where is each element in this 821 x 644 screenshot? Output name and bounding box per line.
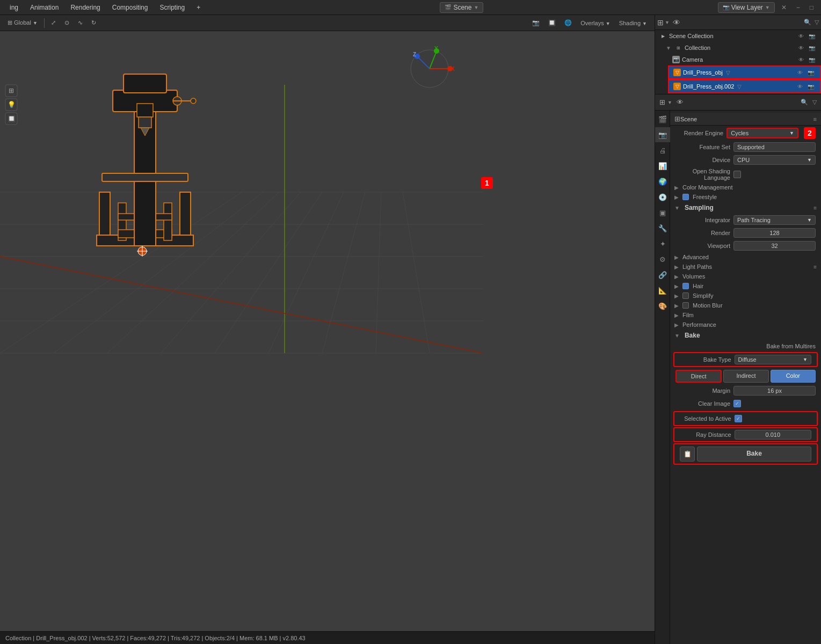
viewport-world-icon-btn[interactable]: 🌐 bbox=[561, 18, 575, 28]
drill-press-2-visibility[interactable]: 👁 bbox=[795, 82, 805, 91]
bake-header[interactable]: ▼ Bake bbox=[670, 330, 821, 341]
drill-press-1-visibility[interactable]: 👁 bbox=[795, 68, 805, 77]
performance-section[interactable]: ▶ Performance bbox=[670, 320, 821, 330]
bake-type-container: Bake Type Diffuse ▼ 3 bbox=[673, 352, 818, 367]
feature-set-label: Feature Set bbox=[675, 144, 730, 150]
motion-blur-checkbox[interactable] bbox=[682, 302, 689, 309]
volumes-section[interactable]: ▶ Volumes bbox=[670, 272, 821, 281]
outliner-drill-press-1[interactable]: ▽ Drill_Press_obj ▽ 👁 📷 5 bbox=[668, 65, 821, 79]
header-close-btn[interactable]: ✕ bbox=[778, 3, 790, 12]
feature-set-select[interactable]: Supported bbox=[733, 142, 816, 152]
simplify-checkbox[interactable] bbox=[682, 292, 689, 299]
header-maximize-btn[interactable]: □ bbox=[807, 3, 817, 12]
prop-tab-view-layer[interactable]: 📊 bbox=[655, 158, 670, 173]
freestyle-section[interactable]: ▶ Freestyle bbox=[670, 192, 821, 202]
bake-type-select[interactable]: Diffuse ▼ bbox=[735, 355, 811, 364]
viewport-render-icon-btn[interactable]: 🔲 bbox=[545, 18, 559, 28]
prop-tab-render[interactable]: 🎬 bbox=[655, 112, 670, 127]
prop-tab-output[interactable]: 🖨 bbox=[655, 143, 670, 158]
viewport-overlays-btn[interactable]: Overlays ▼ bbox=[577, 18, 613, 28]
menu-item-animation[interactable]: Animation bbox=[25, 2, 64, 13]
menu-item-rendering[interactable]: Rendering bbox=[65, 2, 105, 13]
prop-tab-object[interactable]: ▣ bbox=[655, 205, 670, 220]
bake-icon-btn[interactable]: 📋 bbox=[680, 447, 695, 462]
render-samples-input[interactable]: 128 bbox=[733, 228, 816, 238]
outliner-scene-collection[interactable]: ▶ Scene Collection 👁 📷 bbox=[655, 30, 821, 42]
outliner-drill-press-2[interactable]: ▽ Drill_Press_obj.002 ▽ 👁 📷 bbox=[668, 79, 821, 93]
integrator-text: Path Tracing bbox=[737, 217, 771, 223]
menu-item-plus[interactable]: + bbox=[191, 2, 206, 13]
hair-section[interactable]: ▶ Hair bbox=[670, 281, 821, 291]
menu-item-ing[interactable]: ing bbox=[4, 2, 24, 13]
margin-input[interactable]: 16 px bbox=[733, 386, 816, 396]
camera-cam-icon[interactable]: 📷 bbox=[807, 55, 817, 64]
viewport-shading-btn[interactable]: Shading ▼ bbox=[616, 18, 650, 28]
clear-image-value: ✓ bbox=[733, 400, 816, 407]
direct-btn[interactable]: Direct bbox=[675, 370, 722, 383]
viewport-samples-input[interactable]: 32 bbox=[733, 241, 816, 251]
color-management-section[interactable]: ▶ Color Management bbox=[670, 182, 821, 192]
collection-visibility-icon[interactable]: 👁 bbox=[796, 43, 806, 53]
camera-eye-icon[interactable]: 👁 bbox=[796, 55, 806, 64]
menu-item-scripting[interactable]: Scripting bbox=[154, 2, 190, 13]
selected-to-active-checkbox[interactable]: ✓ bbox=[735, 415, 742, 422]
render-engine-select[interactable]: Cycles ▼ bbox=[726, 128, 798, 138]
sampling-header[interactable]: ▼ Sampling ≡ bbox=[670, 202, 821, 214]
bake-button[interactable]: Bake bbox=[697, 447, 811, 462]
motion-blur-section[interactable]: ▶ Motion Blur bbox=[670, 301, 821, 310]
outliner-search-icon[interactable]: 🔍 bbox=[804, 19, 811, 26]
camera-visibility-icon[interactable]: 📷 bbox=[807, 31, 817, 41]
viewport-snap-btn[interactable]: ⊙ bbox=[61, 18, 72, 28]
prop-tab-data[interactable]: 📐 bbox=[655, 283, 670, 298]
prop-tab-scene-data[interactable]: 🌍 bbox=[655, 174, 670, 189]
visibility-icon[interactable]: 👁 bbox=[796, 31, 806, 41]
prop-tab-particles[interactable]: ✦ bbox=[655, 236, 670, 251]
scene-selector[interactable]: 🎬 Scene ▼ bbox=[440, 2, 483, 13]
menu-item-compositing[interactable]: Compositing bbox=[107, 2, 154, 13]
properties-filter-icon[interactable]: ▽ bbox=[812, 99, 817, 106]
outliner-collection[interactable]: ▼ ⊞ Collection 👁 📷 bbox=[662, 42, 821, 54]
device-select[interactable]: CPU ▼ bbox=[733, 155, 816, 165]
scene-options-icon[interactable]: ≡ bbox=[813, 116, 817, 122]
integrator-select[interactable]: Path Tracing ▼ bbox=[733, 215, 816, 225]
prop-tab-constraints[interactable]: 🔗 bbox=[655, 267, 670, 282]
ray-distance-row: Ray Distance 0.010 bbox=[674, 428, 817, 441]
advanced-section[interactable]: ▶ Advanced bbox=[670, 252, 821, 262]
collection-camera-icon[interactable]: 📷 bbox=[807, 43, 817, 53]
prop-tab-scene[interactable]: 📷 bbox=[655, 127, 670, 142]
header-minimize-btn[interactable]: − bbox=[793, 3, 803, 12]
viewport-transform-btn[interactable]: ⤢ bbox=[48, 18, 59, 28]
viewport-camera-icon-btn[interactable]: 📷 bbox=[529, 18, 543, 28]
ray-distance-input[interactable]: 0.010 bbox=[735, 430, 811, 440]
light-paths-menu-icon[interactable]: ≡ bbox=[813, 264, 817, 270]
viewport-proportional-btn[interactable]: ∿ bbox=[75, 18, 86, 28]
badge-2: 2 bbox=[804, 127, 816, 139]
sampling-menu-icon[interactable]: ≡ bbox=[813, 205, 817, 211]
indirect-btn[interactable]: Indirect bbox=[723, 370, 768, 383]
bake-from-multires-row: Bake from Multires bbox=[670, 341, 821, 351]
viewport-global-btn[interactable]: ⊞ Global ▼ bbox=[4, 18, 41, 28]
simplify-section[interactable]: ▶ Simplify bbox=[670, 291, 821, 301]
outliner-filter-icon[interactable]: ▽ bbox=[815, 19, 819, 26]
outliner-camera[interactable]: 📷 Camera 👁 📷 bbox=[668, 54, 821, 65]
film-section[interactable]: ▶ Film bbox=[670, 310, 821, 320]
light-paths-section[interactable]: ▶ Light Paths ≡ bbox=[670, 262, 821, 272]
open-shading-checkbox[interactable] bbox=[733, 171, 741, 178]
prop-tab-material[interactable]: 🎨 bbox=[655, 298, 670, 313]
drill-press-2-camera[interactable]: 📷 bbox=[806, 82, 816, 91]
clear-image-checkbox[interactable]: ✓ bbox=[733, 400, 741, 407]
prop-tab-world[interactable]: 💿 bbox=[655, 189, 670, 204]
view-layer-selector[interactable]: 📷 View Layer ▼ bbox=[718, 2, 775, 13]
viewport-rotation-btn[interactable]: ↻ bbox=[88, 18, 99, 28]
main-area: ⊞ Global ▼ ⤢ ⊙ ∿ ↻ 📷 🔲 🌐 Overlays ▼ Shad… bbox=[0, 15, 821, 644]
drill-press-1-camera[interactable]: 📷 bbox=[806, 68, 816, 77]
color-btn[interactable]: Color bbox=[771, 370, 816, 383]
viewport-canvas[interactable]: X Y Z ⊞ 💡 🔲 1 bbox=[0, 31, 655, 631]
render-engine-value-container[interactable]: Cycles ▼ bbox=[726, 128, 798, 138]
performance-label: Performance bbox=[682, 321, 716, 328]
prop-tab-physics[interactable]: ⚙ bbox=[655, 252, 670, 267]
freestyle-checkbox[interactable] bbox=[682, 194, 689, 200]
properties-search-icon[interactable]: 🔍 bbox=[801, 99, 808, 106]
hair-checkbox[interactable] bbox=[682, 283, 689, 289]
prop-tab-modifier[interactable]: 🔧 bbox=[655, 221, 670, 236]
